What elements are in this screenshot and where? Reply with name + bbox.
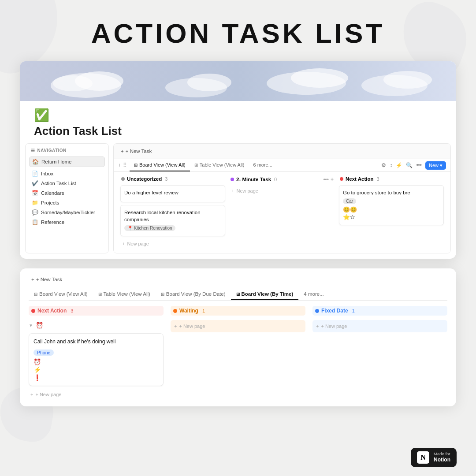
nav-header: ☰ NAVIGATION bbox=[29, 148, 105, 153]
bottom-toolbar: + + New Task bbox=[29, 275, 447, 283]
col-header-next-action: Next Action 3 bbox=[339, 176, 444, 182]
car-tag: Car bbox=[343, 198, 356, 204]
add-tab-icon[interactable]: + bbox=[118, 162, 121, 168]
sidebar-item-return-home[interactable]: 🏠 Return Home bbox=[29, 156, 105, 167]
more-icon[interactable]: ••• bbox=[416, 162, 422, 168]
emoji-row-1: 😊😊 bbox=[343, 206, 440, 213]
bottom-tab-board-due[interactable]: ⊞ Board View (By Due Date) bbox=[156, 289, 231, 300]
page-icon: ✅ bbox=[34, 108, 442, 123]
filter-icon[interactable]: ⚙ bbox=[381, 162, 386, 168]
search-icon[interactable]: 🔍 bbox=[406, 162, 413, 168]
alarm-icon: ⏰ bbox=[36, 322, 43, 329]
kanban-columns: Uncategorized 3 Do a higher level review… bbox=[114, 172, 450, 253]
top-board: + + New Task + ⠿ ⊞ Board View (View All)… bbox=[113, 143, 451, 253]
new-task-button[interactable]: + + New Task bbox=[118, 147, 154, 155]
bottom-card-call-john[interactable]: Call John and ask if he's doing well Pho… bbox=[29, 333, 164, 386]
tab-table-view-all[interactable]: ⊞ Table View (View All) bbox=[190, 159, 249, 171]
2min-dot bbox=[231, 178, 234, 181]
bottom-new-task-button[interactable]: + + New Task bbox=[29, 275, 65, 283]
kanban-col-uncategorized: Uncategorized 3 Do a higher level review… bbox=[118, 176, 227, 249]
col-header-2min: 2- Minute Task 0 ••• + bbox=[230, 176, 335, 182]
board-icon-2: ⊞ bbox=[161, 292, 164, 297]
triangle-icon: ▼ bbox=[29, 323, 33, 328]
inbox-icon: 📄 bbox=[32, 171, 38, 177]
sidebar-item-someday[interactable]: 💬 Someday/Maybe/Tickler bbox=[29, 208, 105, 217]
board-icon: ⊞ bbox=[134, 163, 138, 167]
chat-icon: 💬 bbox=[32, 209, 38, 216]
plus-icon: + bbox=[174, 324, 177, 329]
exclamation-card-icon: ❗ bbox=[33, 374, 159, 381]
bottom-tab-board-all[interactable]: ⊟ Board View (View All) bbox=[29, 289, 93, 300]
kanban-col-next-action: Next Action 3 Go to grocery store to buy… bbox=[337, 176, 446, 249]
kitchen-tag: 📍 Kitchen Renovation bbox=[124, 225, 175, 231]
bottom-col-next-action: Next Action 3 ▼ ⏰ Call John and ask if h… bbox=[29, 306, 164, 399]
notion-page-header: ✅ Action Task List bbox=[20, 101, 456, 143]
plus-icon: + bbox=[31, 277, 34, 282]
top-board-view-tabs: + ⠿ ⊞ Board View (View All) ⊞ Table View… bbox=[114, 159, 450, 172]
bottom-col-waiting: Waiting 1 + + New page bbox=[171, 306, 305, 399]
plus-icon: + bbox=[30, 392, 33, 397]
new-page-2min[interactable]: + New page bbox=[230, 186, 335, 196]
bottom-new-page-waiting[interactable]: + + New page bbox=[171, 320, 305, 332]
add-card-icon[interactable]: + bbox=[331, 176, 334, 182]
main-wrapper: ACTION TASK LIST bbox=[0, 0, 476, 476]
plus-icon: + bbox=[316, 324, 319, 329]
tab-more[interactable]: 6 more... bbox=[249, 159, 276, 171]
alarm-row: ▼ ⏰ bbox=[29, 320, 164, 331]
doc-icon: 📋 bbox=[32, 219, 38, 225]
notion-content: ☰ NAVIGATION 🏠 Return Home 📄 Inbox ✔️ Ac… bbox=[20, 143, 456, 259]
bottom-header-waiting: Waiting 1 bbox=[171, 306, 305, 316]
sort-icon[interactable]: ↕ bbox=[390, 162, 392, 168]
card-grocery[interactable]: Go to grocery store to buy bre Car 😊😊 ⭐☆ bbox=[339, 185, 444, 225]
card-kitchen-renovation[interactable]: Research local kitchen renovation compan… bbox=[120, 205, 225, 236]
drag-handle-icon: ⠿ bbox=[123, 162, 127, 168]
notion-badge: N Made for Notion bbox=[411, 448, 457, 467]
notion-badge-text: Made for Notion bbox=[434, 451, 450, 464]
alarm-card-icon: ⏰ bbox=[33, 358, 159, 365]
plus-icon: + bbox=[121, 149, 124, 154]
col-actions-2min: ••• + bbox=[323, 176, 334, 182]
page-title: ACTION TASK LIST bbox=[91, 18, 385, 49]
lightning-card-icon: ⚡ bbox=[33, 366, 159, 373]
svg-point-7 bbox=[291, 68, 348, 88]
sidebar-item-projects[interactable]: 📁 Projects bbox=[29, 198, 105, 208]
phone-tag: Phone bbox=[33, 350, 54, 356]
tab-board-view-all[interactable]: ⊞ Board View (View All) bbox=[130, 159, 190, 171]
bottom-tab-table-all[interactable]: ⊞ Table View (View All) bbox=[93, 289, 156, 300]
board-icon: ⊟ bbox=[34, 292, 37, 297]
notion-card-top: ✅ Action Task List ☰ NAVIGATION 🏠 Return… bbox=[20, 61, 456, 259]
bottom-section: + + New Task ⊟ Board View (View All) ⊞ T… bbox=[20, 268, 456, 406]
bottom-new-page-next-action[interactable]: + + New page bbox=[29, 390, 164, 399]
plus-icon: + bbox=[231, 188, 234, 193]
kanban-bottom: Next Action 3 ▼ ⏰ Call John and ask if h… bbox=[29, 306, 447, 399]
notion-sidebar: ☰ NAVIGATION 🏠 Return Home 📄 Inbox ✔️ Ac… bbox=[25, 143, 109, 253]
table-icon: ⊞ bbox=[194, 163, 198, 167]
new-button[interactable]: New ▾ bbox=[425, 161, 446, 170]
svg-point-5 bbox=[187, 74, 231, 91]
top-board-toolbar: + + New Task bbox=[114, 144, 450, 159]
emoji-row-2: ⭐☆ bbox=[343, 214, 440, 220]
bottom-tab-board-time[interactable]: ⊞ Board View (By Time) bbox=[231, 289, 299, 300]
menu-icon: ☰ bbox=[31, 148, 35, 153]
bottom-header-fixed-date: Fixed Date 1 bbox=[312, 306, 447, 316]
card-icons: ⏰ ⚡ ❗ bbox=[33, 358, 159, 381]
card-do-higher-level[interactable]: Do a higher level review bbox=[120, 185, 225, 202]
sidebar-item-calendars[interactable]: 📅 Calendars bbox=[29, 188, 105, 198]
plus-icon: + bbox=[122, 241, 125, 246]
checklist-icon: ✔️ bbox=[32, 180, 38, 186]
new-page-uncategorized[interactable]: + New page bbox=[120, 239, 225, 249]
more-actions-icon[interactable]: ••• bbox=[323, 176, 329, 182]
bottom-tab-more[interactable]: 4 more... bbox=[298, 289, 329, 300]
bottom-view-tabs: ⊟ Board View (View All) ⊞ Table View (Vi… bbox=[29, 289, 447, 301]
lightning-icon[interactable]: ⚡ bbox=[396, 162, 402, 168]
uncategorized-dot bbox=[121, 177, 125, 181]
sidebar-item-inbox[interactable]: 📄 Inbox bbox=[29, 169, 105, 178]
chevron-down-icon: ▾ bbox=[440, 163, 443, 168]
svg-point-3 bbox=[53, 75, 93, 91]
sidebar-item-reference[interactable]: 📋 Reference bbox=[29, 217, 105, 227]
bottom-header-next-action: Next Action 3 bbox=[29, 306, 164, 316]
sidebar-item-action-task-list[interactable]: ✔️ Action Task List bbox=[29, 178, 105, 188]
folder-icon: 📁 bbox=[32, 200, 38, 206]
bottom-new-page-fixed-date[interactable]: + + New page bbox=[312, 320, 447, 332]
col-header-uncategorized: Uncategorized 3 bbox=[120, 176, 225, 182]
